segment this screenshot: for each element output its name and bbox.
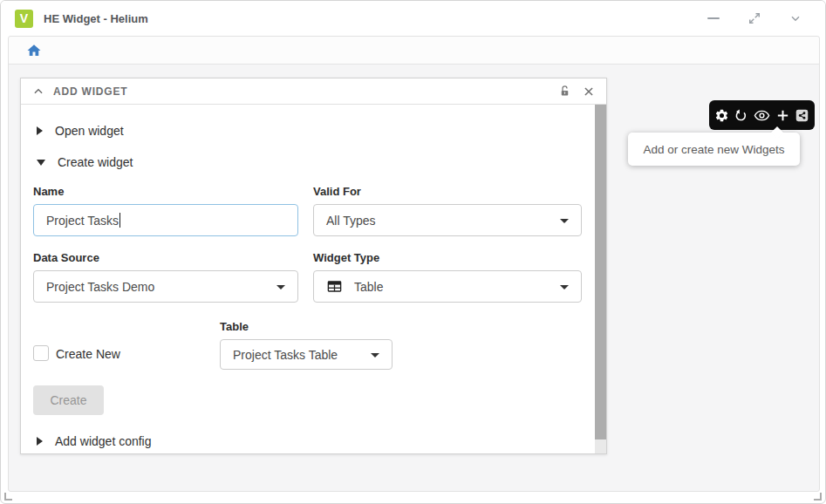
create-widget-toggle[interactable]: Create widget (37, 155, 133, 169)
undo-icon[interactable] (734, 108, 748, 123)
window-title: HE Widget - Helium (44, 12, 148, 25)
triangle-down-icon (37, 160, 45, 166)
app-logo: V (15, 10, 33, 28)
titlebar: V HE Widget - Helium (1, 1, 825, 36)
table-select[interactable]: Project Tasks Table (220, 339, 393, 370)
widget-type-select[interactable]: Table (313, 270, 582, 303)
open-widget-label: Open widget (55, 124, 124, 138)
valid-for-label: Valid For (313, 185, 361, 198)
table-icon (326, 278, 343, 295)
gear-icon[interactable] (714, 108, 729, 123)
breadcrumb (9, 37, 819, 65)
open-widget-toggle[interactable]: Open widget (37, 124, 124, 138)
chevron-down-icon (560, 219, 569, 223)
chevron-down-icon (560, 285, 569, 289)
panel-title: ADD WIDGET (53, 85, 127, 98)
minimize-icon[interactable] (705, 10, 722, 27)
resize-handle-bottom-right[interactable] (814, 493, 822, 501)
unlock-icon[interactable] (558, 85, 571, 98)
create-new-label: Create New (56, 347, 120, 361)
close-icon[interactable] (583, 85, 595, 98)
create-widget-label: Create widget (58, 155, 133, 169)
chevron-down-icon (276, 285, 285, 289)
chevron-down-icon (371, 353, 379, 358)
resize-handle-bottom-left[interactable] (4, 493, 12, 501)
tooltip: Add or create new Widgets (628, 133, 800, 166)
share-widget-icon[interactable] (795, 108, 809, 123)
data-source-label: Data Source (33, 251, 99, 264)
create-new-checkbox[interactable] (33, 345, 49, 361)
tooltip-text: Add or create new Widgets (643, 143, 784, 156)
chevron-down-icon[interactable] (787, 10, 804, 27)
collapse-chevron-up-icon[interactable] (32, 85, 44, 98)
triangle-right-icon (37, 126, 43, 135)
add-widget-config-toggle[interactable]: Add widget config (37, 434, 152, 448)
data-source-select[interactable]: Project Tasks Demo (33, 270, 298, 303)
triangle-right-icon (37, 437, 43, 446)
widget-type-label: Widget Type (313, 251, 379, 264)
scrollbar-thumb[interactable] (595, 105, 606, 439)
add-widget-panel: ADD WIDGET Open (20, 78, 607, 454)
add-icon[interactable] (775, 108, 790, 123)
text-cursor (119, 213, 120, 228)
table-label: Table (220, 320, 249, 333)
eye-icon[interactable] (754, 107, 770, 124)
expand-icon[interactable] (746, 10, 763, 27)
app-window: V HE Widget - Helium (0, 0, 826, 504)
window-controls (705, 10, 811, 27)
add-widget-panel-header: ADD WIDGET (21, 78, 606, 105)
home-icon[interactable] (26, 43, 42, 58)
name-input[interactable]: Project Tasks (33, 204, 298, 236)
valid-for-select[interactable]: All Types (313, 204, 582, 236)
create-button[interactable]: Create (33, 385, 104, 415)
name-label: Name (33, 185, 64, 198)
widget-toolbar (709, 100, 815, 130)
add-widget-config-label: Add widget config (55, 434, 152, 448)
panel-scrollbar[interactable] (595, 105, 606, 453)
